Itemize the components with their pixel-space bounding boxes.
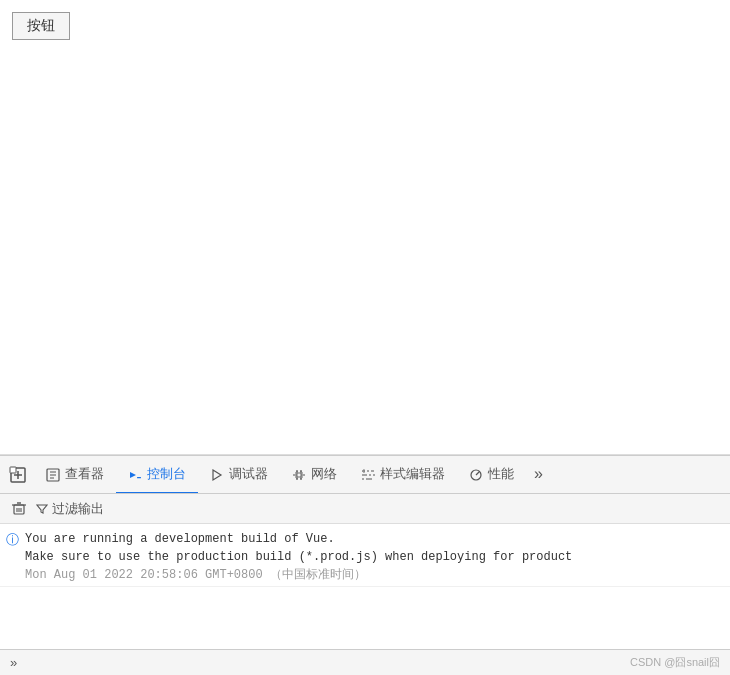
svg-marker-3 (130, 472, 136, 478)
devtools-tab-bar: 查看器 控制台 调试器 (0, 456, 730, 494)
svg-rect-6 (296, 472, 298, 474)
main-button[interactable]: 按钮 (12, 12, 70, 40)
devtools-toolbar: 过滤输出 (0, 494, 730, 524)
console-output: ⓘ You are running a development build of… (0, 524, 730, 649)
chevron-right-icon: » (10, 655, 17, 670)
button-container: 按钮 (12, 12, 70, 40)
debugger-icon (210, 465, 224, 481)
tab-more[interactable]: » (526, 456, 551, 494)
more-tabs-icon: » (534, 465, 543, 483)
inspect-icon-btn[interactable] (2, 456, 34, 494)
tab-style-editor[interactable]: {} 样式编辑器 (349, 456, 457, 494)
console-line-3: Mon Aug 01 2022 20:58:06 GMT+0800 （中国标准时… (25, 566, 572, 584)
console-icon (128, 465, 142, 481)
console-message-text: You are running a development build of V… (25, 530, 572, 584)
tab-elements-label: 查看器 (65, 465, 104, 483)
tab-console[interactable]: 控制台 (116, 456, 198, 494)
statusbar-right-text: CSDN @囧snail囧 (630, 655, 720, 670)
svg-rect-7 (300, 472, 302, 474)
svg-text:{}: {} (363, 468, 366, 473)
tab-network[interactable]: 网络 (280, 456, 349, 494)
devtools-panel: 查看器 控制台 调试器 (0, 455, 730, 675)
main-content: 按钮 (0, 0, 730, 455)
console-line-2: Make sure to use the production build (*… (25, 548, 572, 566)
svg-rect-1 (10, 467, 16, 473)
clear-console-button[interactable] (8, 498, 30, 520)
svg-rect-8 (296, 476, 298, 478)
console-message-vue-warning: ⓘ You are running a development build of… (0, 528, 730, 587)
filter-output-text: 过滤输出 (52, 500, 104, 518)
of-text: of (284, 532, 298, 546)
svg-marker-5 (213, 470, 221, 480)
tab-debugger[interactable]: 调试器 (198, 456, 280, 494)
tab-style-editor-label: 样式编辑器 (380, 465, 445, 483)
network-icon (292, 465, 306, 481)
performance-icon (469, 465, 483, 481)
console-line-1: You are running a development build of V… (25, 530, 572, 548)
tab-network-label: 网络 (311, 465, 337, 483)
svg-rect-9 (300, 476, 302, 478)
svg-rect-4 (137, 477, 141, 478)
devtools-statusbar: » CSDN @囧snail囧 (0, 649, 730, 675)
tab-console-label: 控制台 (147, 465, 186, 483)
tab-debugger-label: 调试器 (229, 465, 268, 483)
info-icon: ⓘ (6, 531, 19, 549)
tab-elements[interactable]: 查看器 (34, 456, 116, 494)
statusbar-left: » (10, 655, 17, 670)
style-icon: {} (361, 465, 375, 481)
tab-performance[interactable]: 性能 (457, 456, 526, 494)
filter-output-label: 过滤输出 (36, 500, 104, 518)
elements-icon (46, 465, 60, 481)
tab-performance-label: 性能 (488, 465, 514, 483)
